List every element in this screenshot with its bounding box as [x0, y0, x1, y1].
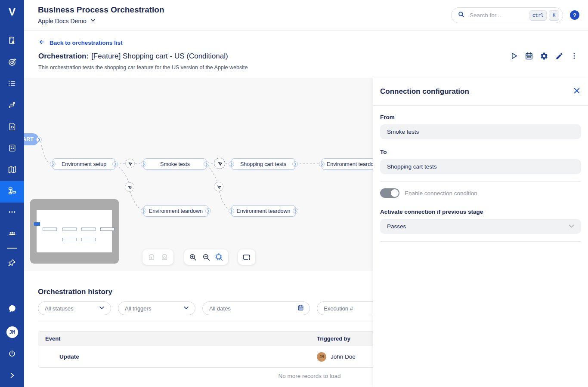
node-port-in[interactable]: ❯: [141, 208, 146, 214]
sidebar-item-map[interactable]: [0, 162, 24, 179]
date-filter[interactable]: All dates: [202, 301, 310, 315]
sidebar-expand[interactable]: [0, 368, 24, 385]
help-button[interactable]: ?: [570, 10, 579, 20]
run-button[interactable]: [510, 52, 518, 60]
node-port-in[interactable]: ❯: [319, 161, 325, 167]
logo-letter: V: [9, 6, 15, 18]
sidebar-item-test-plans[interactable]: [0, 140, 24, 157]
journey-icon: [8, 101, 16, 111]
stage-node-environment-teardown-2[interactable]: ❯ Environment teardown ❯: [143, 205, 208, 217]
sidebar-item-list[interactable]: [0, 76, 24, 93]
condition-select[interactable]: Passes: [380, 219, 581, 234]
panel-info-icon[interactable]: [242, 253, 251, 261]
sidebar-item-more[interactable]: [0, 204, 24, 221]
avatar-initials: JM: [319, 355, 324, 359]
zoom-out-icon[interactable]: [202, 253, 210, 261]
sidebar-user-avatar[interactable]: JM: [0, 323, 24, 341]
trigger-filter[interactable]: All triggers: [118, 301, 195, 315]
node-port-in[interactable]: ❯: [50, 161, 56, 167]
paste-icon[interactable]: [160, 253, 169, 261]
sidebar-item-logout[interactable]: [0, 346, 24, 363]
stage-node-environment-teardown-3[interactable]: ❯ Environment teardown ❯: [231, 205, 296, 217]
node-port-out[interactable]: ❯: [112, 161, 118, 167]
node-port-in[interactable]: ❯: [229, 161, 234, 167]
chevron-down-icon: [183, 304, 189, 312]
close-icon[interactable]: [573, 87, 581, 96]
minimap-start-node: [34, 222, 40, 226]
global-search: ctrl K: [451, 7, 563, 23]
connection-condition-node-selected[interactable]: [214, 158, 225, 169]
status-filter[interactable]: All statuses: [38, 301, 111, 315]
condition-selected-value: Passes: [387, 223, 406, 230]
sidebar-item-journeys[interactable]: [0, 97, 24, 114]
minimap-node: [100, 227, 115, 231]
sidebar-item-projects[interactable]: [0, 33, 24, 50]
connection-condition-node[interactable]: [214, 182, 223, 191]
from-field[interactable]: Smoke tests: [380, 124, 581, 139]
orchestration-title-value: [Feature] Shopping cart - US (Conditiona…: [91, 52, 228, 60]
condition-label: Activate connection if previous stage: [380, 209, 581, 215]
orchestration-icon: [7, 186, 17, 197]
sidebar-divider: [7, 248, 17, 249]
list-icon: [8, 79, 16, 89]
sidebar-item-team[interactable]: [0, 226, 24, 243]
column-header-event: Event: [38, 335, 317, 342]
node-port-out[interactable]: ❯: [293, 208, 298, 214]
node-port-out[interactable]: ❯: [204, 161, 209, 167]
back-link-label: Back to orchestrations list: [50, 40, 123, 46]
stage-node-label: Shopping cart tests: [240, 161, 286, 167]
chat-icon: [8, 304, 17, 315]
minimap-node: [62, 227, 77, 231]
settings-button[interactable]: [540, 52, 548, 60]
stage-node-label: Environment teardown: [236, 208, 290, 214]
orchestration-description: This orchestration tests the shopping ca…: [38, 64, 248, 71]
chevron-down-icon: [99, 304, 105, 312]
canvas-minimap[interactable]: [30, 199, 119, 264]
pin-icon: [8, 258, 16, 269]
kbd-ctrl: ctrl: [529, 10, 547, 21]
orchestration-title-label: Orchestration:: [38, 52, 89, 60]
node-port-out[interactable]: ❯: [292, 161, 298, 167]
node-port-out[interactable]: ❯: [205, 208, 211, 214]
zoom-toolbar: [184, 249, 228, 265]
search-input[interactable]: [469, 12, 529, 19]
to-value: Shopping cart tests: [387, 163, 437, 170]
zoom-in-icon[interactable]: [189, 253, 198, 261]
sidebar-item-pin[interactable]: [0, 255, 24, 272]
to-field[interactable]: Shopping cart tests: [380, 159, 581, 174]
sidebar-item-orchestrations[interactable]: [0, 181, 24, 203]
sidebar-item-chat[interactable]: [0, 301, 24, 318]
execution-filter-value: Execution #: [324, 305, 353, 312]
stage-node-smoke-tests[interactable]: ❯ Smoke tests ❯: [143, 158, 207, 170]
start-node-port[interactable]: ❯: [36, 137, 42, 142]
minimap-node: [81, 238, 96, 241]
stage-node-shopping-cart-tests[interactable]: ❯ Shopping cart tests ❯: [231, 158, 295, 170]
schedule-button[interactable]: [525, 52, 533, 60]
start-node[interactable]: START ❯: [24, 133, 39, 145]
avatar: JM: [6, 326, 18, 338]
start-node-label: START: [24, 136, 34, 142]
target-icon: [8, 58, 17, 68]
zoom-fit-icon[interactable]: [215, 253, 224, 261]
app-logo[interactable]: V: [0, 0, 24, 24]
kebab-menu-button[interactable]: [570, 52, 579, 60]
copy-icon[interactable]: [147, 253, 156, 261]
map-icon: [8, 165, 17, 176]
edit-button[interactable]: [555, 52, 563, 60]
back-link[interactable]: Back to orchestrations list: [38, 39, 123, 46]
sidebar-item-goals[interactable]: [0, 54, 24, 71]
connection-condition-node[interactable]: [125, 159, 135, 168]
stage-node-environment-setup[interactable]: ❯ Environment setup ❯: [53, 158, 115, 170]
connection-condition-node[interactable]: [125, 182, 134, 192]
node-port-in[interactable]: ❯: [141, 161, 146, 167]
to-label: To: [380, 149, 581, 155]
project-switcher[interactable]: Apple Docs Demo: [38, 17, 96, 25]
node-port-in[interactable]: ❯: [229, 208, 234, 214]
power-icon: [8, 350, 16, 360]
enable-condition-toggle[interactable]: [380, 188, 399, 198]
chevron-right-icon: [9, 372, 15, 381]
help-glyph: ?: [573, 12, 576, 18]
condition-icon: [127, 183, 132, 191]
sidebar-item-extensions[interactable]: [0, 119, 24, 136]
team-icon: [8, 229, 17, 240]
